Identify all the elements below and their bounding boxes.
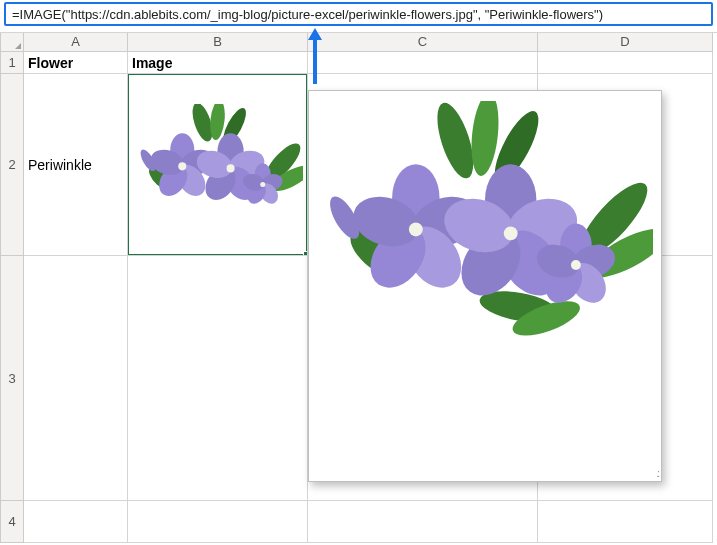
image-preview-card: .: (308, 90, 662, 482)
svg-point-18 (227, 164, 235, 172)
resize-handle-icon[interactable]: .: (656, 468, 658, 479)
cell-b2[interactable] (128, 74, 308, 256)
svg-point-39 (409, 223, 423, 237)
pointer-arrow-icon (306, 26, 324, 86)
svg-point-51 (571, 260, 581, 270)
cell-b3[interactable] (128, 256, 308, 501)
cell-a2[interactable]: Periwinkle (24, 74, 128, 256)
row-header-3[interactable]: 3 (0, 256, 24, 501)
row-header-4[interactable]: 4 (0, 501, 24, 543)
svg-point-45 (504, 227, 518, 241)
cell-b1[interactable]: Image (128, 52, 308, 74)
cell-a1[interactable]: Flower (24, 52, 128, 74)
svg-point-12 (178, 162, 186, 170)
cell-a3[interactable] (24, 256, 128, 501)
cell-c1[interactable] (308, 52, 538, 74)
cell-d1[interactable] (538, 52, 713, 74)
col-header-c[interactable]: C (308, 33, 538, 52)
row-header-1[interactable]: 1 (0, 52, 24, 74)
col-header-d[interactable]: D (538, 33, 713, 52)
cell-c4[interactable] (308, 501, 538, 543)
formula-bar-text: =IMAGE("https://cdn.ablebits.com/_img-bl… (12, 7, 603, 22)
col-header-b[interactable]: B (128, 33, 308, 52)
row-header-2[interactable]: 2 (0, 74, 24, 256)
svg-point-24 (260, 182, 265, 187)
cell-a4[interactable] (24, 501, 128, 543)
periwinkle-image (132, 78, 303, 251)
col-header-a[interactable]: A (24, 33, 128, 52)
periwinkle-image-large (317, 101, 653, 361)
cell-d4[interactable] (538, 501, 713, 543)
formula-bar[interactable]: =IMAGE("https://cdn.ablebits.com/_img-bl… (4, 2, 713, 26)
select-all-corner[interactable] (0, 33, 24, 52)
cell-b4[interactable] (128, 501, 308, 543)
